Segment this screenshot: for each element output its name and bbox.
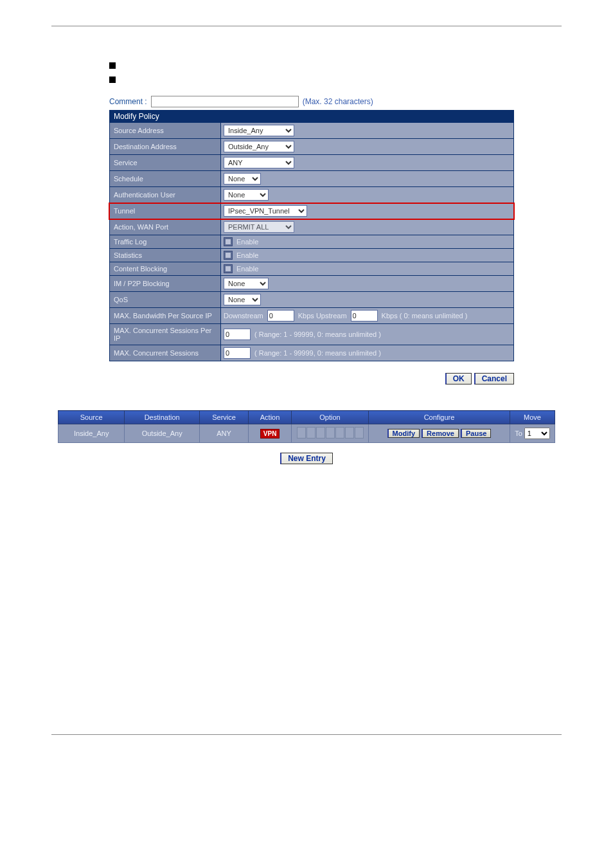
label-max-bandwidth: MAX. Bandwidth Per Source IP bbox=[110, 308, 221, 323]
input-upstream[interactable] bbox=[351, 310, 378, 321]
label-dest-address: Destination Address bbox=[110, 139, 221, 154]
row-max-sessions-ip: MAX. Concurrent Sessions Per IP ( Range:… bbox=[109, 324, 514, 345]
row-schedule: Schedule None bbox=[109, 171, 514, 187]
row-im-p2p: IM / P2P Blocking None bbox=[109, 276, 514, 292]
select-dest-address[interactable]: Outside_Any bbox=[224, 141, 294, 152]
label-upstream: Kbps Upstream bbox=[298, 312, 347, 320]
label-im-p2p: IM / P2P Blocking bbox=[110, 276, 221, 291]
checkbox-content-blocking[interactable] bbox=[224, 264, 233, 273]
policy-table-wrap: Source Destination Service Action Option… bbox=[58, 410, 555, 464]
label-traffic-log: Traffic Log bbox=[110, 235, 221, 248]
th-action: Action bbox=[249, 411, 292, 424]
select-auth-user[interactable]: None bbox=[224, 189, 269, 201]
cell-move: To 1 bbox=[510, 424, 555, 443]
label-action-wan: Action, WAN Port bbox=[110, 219, 221, 235]
bullet-list bbox=[109, 59, 562, 87]
checkbox-statistics[interactable] bbox=[224, 251, 233, 260]
th-option: Option bbox=[292, 411, 369, 424]
th-configure: Configure bbox=[369, 411, 510, 424]
new-entry-row: New Entry bbox=[58, 452, 555, 464]
header-divider bbox=[51, 26, 562, 26]
hint-sessions: ( Range: 1 - 99999, 0: means unlimited ) bbox=[254, 349, 381, 357]
select-schedule[interactable]: None bbox=[224, 173, 261, 185]
remove-button[interactable]: Remove bbox=[422, 429, 459, 438]
move-select[interactable]: 1 bbox=[524, 428, 550, 439]
cell-service: ANY bbox=[199, 424, 248, 443]
label-service: Service bbox=[110, 155, 221, 170]
bullet-item bbox=[109, 59, 562, 73]
row-max-sessions: MAX. Concurrent Sessions ( Range: 1 - 99… bbox=[109, 345, 514, 361]
row-content-blocking: Content Blocking Enable bbox=[109, 262, 514, 276]
table-row: Inside_Any Outside_Any ANY VPN Modify Re… bbox=[58, 424, 555, 443]
row-tunnel: Tunnel IPsec_VPN_Tunnel bbox=[109, 203, 514, 219]
cell-source: Inside_Any bbox=[58, 424, 125, 443]
cancel-button[interactable]: Cancel bbox=[474, 373, 514, 384]
row-statistics: Statistics Enable bbox=[109, 249, 514, 262]
label-auth-user: Authentication User bbox=[110, 187, 221, 203]
label-max-sessions: MAX. Concurrent Sessions bbox=[110, 345, 221, 361]
square-bullet-icon bbox=[109, 62, 116, 69]
row-auth-user: Authentication User None bbox=[109, 187, 514, 203]
label-content-blocking: Content Blocking bbox=[110, 262, 221, 275]
text-enable: Enable bbox=[236, 251, 258, 259]
label-tunnel: Tunnel bbox=[110, 203, 221, 219]
policy-table: Source Destination Service Action Option… bbox=[58, 410, 555, 443]
section-title: Modify Policy bbox=[109, 110, 514, 123]
cell-option bbox=[292, 424, 369, 443]
th-destination: Destination bbox=[125, 411, 200, 424]
th-source: Source bbox=[58, 411, 125, 424]
row-service: Service ANY bbox=[109, 155, 514, 171]
select-action-wan: PERMIT ALL bbox=[224, 221, 294, 233]
comment-input[interactable] bbox=[151, 96, 299, 107]
input-max-sessions[interactable] bbox=[224, 347, 251, 359]
cell-action: VPN bbox=[249, 424, 292, 443]
row-source-address: Source Address Inside_Any bbox=[109, 123, 514, 139]
row-qos: QoS None bbox=[109, 292, 514, 308]
checkbox-traffic-log[interactable] bbox=[224, 237, 233, 246]
th-move: Move bbox=[510, 411, 555, 424]
row-dest-address: Destination Address Outside_Any bbox=[109, 139, 514, 155]
input-downstream[interactable] bbox=[267, 310, 294, 321]
label-source-address: Source Address bbox=[110, 123, 221, 138]
th-service: Service bbox=[199, 411, 248, 424]
new-entry-button[interactable]: New Entry bbox=[280, 453, 333, 464]
comment-label: Comment : bbox=[109, 97, 147, 106]
footer-divider bbox=[51, 734, 562, 735]
vpn-badge-icon: VPN bbox=[260, 429, 280, 439]
input-max-sessions-ip[interactable] bbox=[224, 329, 251, 340]
pause-button[interactable]: Pause bbox=[461, 429, 491, 438]
row-max-bandwidth: MAX. Bandwidth Per Source IP Downstream … bbox=[109, 308, 514, 324]
select-qos[interactable]: None bbox=[224, 294, 261, 305]
row-action-wan: Action, WAN Port PERMIT ALL bbox=[109, 219, 514, 235]
label-qos: QoS bbox=[110, 292, 221, 307]
hint-sessions: ( Range: 1 - 99999, 0: means unlimited ) bbox=[254, 330, 381, 338]
hint-bandwidth: Kbps ( 0: means unlimited ) bbox=[382, 312, 468, 320]
label-max-sessions-ip: MAX. Concurrent Sessions Per IP bbox=[110, 324, 221, 345]
select-im-p2p[interactable]: None bbox=[224, 278, 269, 289]
bullet-item bbox=[109, 73, 562, 87]
select-service[interactable]: ANY bbox=[224, 157, 294, 168]
modify-button[interactable]: Modify bbox=[387, 429, 420, 438]
move-to-label: To bbox=[515, 429, 522, 437]
table-header-row: Source Destination Service Action Option… bbox=[58, 411, 555, 424]
select-tunnel[interactable]: IPsec_VPN_Tunnel bbox=[224, 205, 307, 217]
text-enable: Enable bbox=[236, 238, 258, 246]
label-statistics: Statistics bbox=[110, 249, 221, 262]
cell-configure: Modify Remove Pause bbox=[369, 424, 510, 443]
comment-row: Comment : (Max. 32 characters) bbox=[109, 93, 514, 110]
select-source-address[interactable]: Inside_Any bbox=[224, 125, 294, 136]
policy-form: Comment : (Max. 32 characters) Modify Po… bbox=[109, 93, 514, 361]
option-slots bbox=[297, 427, 364, 439]
comment-max-hint: (Max. 32 characters) bbox=[303, 97, 373, 106]
form-buttons: OK Cancel bbox=[109, 373, 514, 384]
row-traffic-log: Traffic Log Enable bbox=[109, 235, 514, 249]
ok-button[interactable]: OK bbox=[445, 373, 472, 384]
label-schedule: Schedule bbox=[110, 171, 221, 186]
text-enable: Enable bbox=[236, 265, 258, 273]
cell-destination: Outside_Any bbox=[125, 424, 200, 443]
label-downstream: Downstream bbox=[224, 312, 263, 320]
square-bullet-icon bbox=[109, 77, 116, 83]
